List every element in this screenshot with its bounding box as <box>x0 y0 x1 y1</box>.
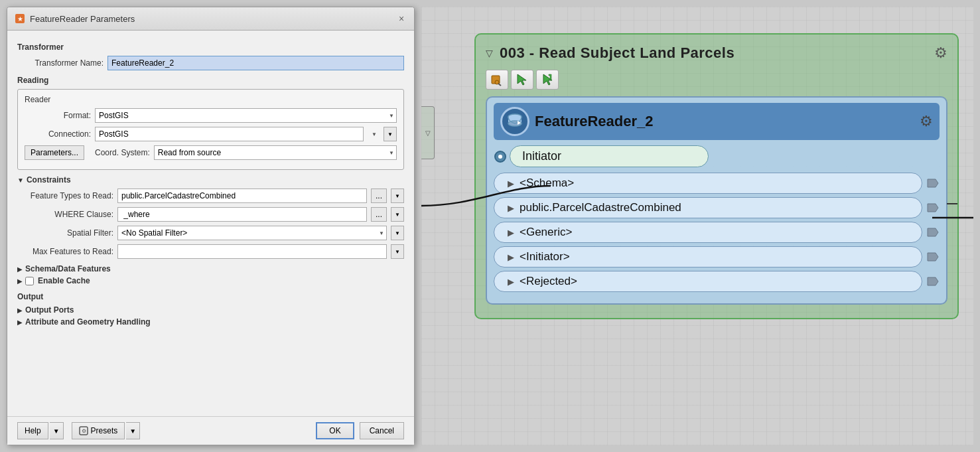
generic-port-label[interactable]: ▶ <Generic> <box>494 222 922 243</box>
svg-point-15 <box>498 155 502 159</box>
max-features-row: Max Features to Read: ▼ <box>17 244 404 259</box>
max-features-label: Max Features to Read: <box>17 247 113 256</box>
rejected-connector-right <box>926 275 940 288</box>
node-db-icon <box>500 107 529 136</box>
svg-text:⚙: ⚙ <box>81 428 86 434</box>
schema-data-collapsible[interactable]: ▶ Schema/Data Features <box>17 264 404 273</box>
output-port-parcel: ▶ public.ParcelCadastreCombined <box>494 197 940 218</box>
presets-label: Presets <box>91 426 118 435</box>
initiator-output-label-text: <Initiator> <box>520 250 570 264</box>
parcel-label-text: public.ParcelCadastreCombined <box>520 201 681 214</box>
rejected-port-label[interactable]: ▶ <Rejected> <box>494 271 922 292</box>
spatial-filter-row: Spatial Filter: <No Spatial Filter> ▼ <box>17 226 404 240</box>
initiator-output-port-label[interactable]: ▶ <Initiator> <box>494 246 922 267</box>
max-features-dropdown-btn[interactable]: ▼ <box>391 244 404 259</box>
svg-marker-17 <box>928 204 938 212</box>
canvas-panel: ▽ ▽ 003 - Read Subject Land Parcels ⚙ <box>421 7 973 445</box>
ok-button[interactable]: OK <box>316 422 354 439</box>
feature-types-dropdown-btn[interactable]: ▼ <box>391 188 404 203</box>
params-coord-row: Parameters... Coord. System: Read from s… <box>25 145 397 160</box>
schema-data-arrow: ▶ <box>17 265 23 273</box>
initiator-input-row: Initiator <box>494 145 940 167</box>
attr-geometry-label: Attribute and Geometry Handling <box>25 317 151 327</box>
coord-system-select-wrapper: Read from source <box>154 145 397 160</box>
dialog-icon: ★ <box>14 13 26 25</box>
presets-icon: ⚙ <box>79 426 88 435</box>
enable-cache-label: Enable Cache <box>38 276 90 285</box>
db-icon-svg <box>506 112 524 131</box>
transformer-name-input[interactable] <box>107 56 404 70</box>
spatial-filter-dropdown-btn[interactable]: ▼ <box>391 226 404 240</box>
feature-types-input[interactable] <box>117 188 367 203</box>
where-dropdown-btn[interactable]: ▼ <box>391 207 404 222</box>
dialog-title-area: ★ FeatureReader Parameters <box>14 13 135 25</box>
search-tool-icon <box>490 73 504 86</box>
parcel-port-label[interactable]: ▶ public.ParcelCadastreCombined <box>494 197 922 218</box>
generic-triangle: ▶ <box>508 228 514 238</box>
rejected-label-text: <Rejected> <box>520 275 577 288</box>
svg-marker-7 <box>518 74 526 85</box>
coord-system-select[interactable]: Read from source <box>154 145 397 160</box>
parameters-button[interactable]: Parameters... <box>25 145 84 160</box>
spatial-filter-select-wrapper: <No Spatial Filter> <box>117 226 387 240</box>
output-ports-collapsible[interactable]: ▶ Output Ports <box>17 305 404 315</box>
help-button[interactable]: Help <box>17 422 48 439</box>
bookmark-gear-icon[interactable]: ⚙ <box>934 44 947 62</box>
output-port-rejected: ▶ <Rejected> <box>494 271 940 292</box>
output-port-schema: ▶ <Schema> <box>494 173 940 194</box>
select-tool-icon <box>516 73 529 86</box>
reader-group-title: Reader <box>25 95 397 104</box>
node-title-text: FeatureReader_2 <box>535 113 914 130</box>
footer-left: Help ▼ ⚙ Presets ▼ <box>17 422 140 439</box>
constraints-collapsible[interactable]: ▼ Constraints <box>17 175 404 185</box>
generic-connector-right <box>926 226 940 239</box>
schema-label-text: <Schema> <box>520 177 574 190</box>
bookmark-title-row: ▽ 003 - Read Subject Land Parcels ⚙ <box>486 44 947 62</box>
constraints-label: Constraints <box>27 175 71 185</box>
format-label: Format: <box>25 111 91 120</box>
coord-system-label: Coord. System: <box>95 148 150 157</box>
node-gear-icon[interactable]: ⚙ <box>920 113 933 130</box>
spatial-filter-select[interactable]: <No Spatial Filter> <box>117 226 387 240</box>
where-clause-row: WHERE Clause: ... ▼ <box>17 207 404 222</box>
feature-types-ellipsis-btn[interactable]: ... <box>371 188 387 203</box>
format-select[interactable]: PostGIS <box>95 108 397 123</box>
attr-geometry-collapsible[interactable]: ▶ Attribute and Geometry Handling <box>17 317 404 327</box>
initiator-port-label[interactable]: Initiator <box>510 145 709 167</box>
connection-select-wrapper: PostGIS <box>95 127 380 141</box>
enable-cache-checkbox-row: Enable Cache <box>25 276 90 285</box>
connection-select[interactable]: PostGIS <box>95 127 364 141</box>
select-tool-2-btn[interactable] <box>536 70 559 90</box>
cancel-button[interactable]: Cancel <box>360 422 404 439</box>
transformer-name-row: Transformer Name: <box>17 56 404 70</box>
output-ports-arrow: ▶ <box>17 307 23 314</box>
format-select-wrapper: PostGIS <box>95 108 397 123</box>
presets-button[interactable]: ⚙ Presets <box>72 422 125 439</box>
select-tool-btn[interactable] <box>511 70 533 90</box>
presets-dropdown-btn[interactable]: ▼ <box>126 422 140 439</box>
search-tool-btn[interactable] <box>486 70 508 90</box>
schema-port-label[interactable]: ▶ <Schema> <box>494 173 922 194</box>
bookmark-collapse-arrow[interactable]: ▽ <box>486 48 493 58</box>
transformer-name-label: Transformer Name: <box>17 58 104 68</box>
initiator-connector-right <box>926 250 940 264</box>
reading-section-label: Reading <box>17 76 404 85</box>
output-ports-label: Output Ports <box>25 305 74 315</box>
node-header: FeatureReader_2 ⚙ <box>494 103 940 140</box>
dialog-footer: Help ▼ ⚙ Presets ▼ OK Cancel <box>7 416 414 445</box>
feature-types-row: Feature Types to Read: ... ▼ <box>17 188 404 203</box>
where-label: WHERE Clause: <box>17 210 113 219</box>
svg-marker-19 <box>928 253 938 261</box>
where-clause-input[interactable] <box>117 207 367 222</box>
where-ellipsis-btn[interactable]: ... <box>371 207 387 222</box>
dialog-titlebar: ★ FeatureReader Parameters × <box>7 7 414 31</box>
enable-cache-checkbox[interactable] <box>25 277 34 285</box>
close-button[interactable]: × <box>395 13 407 25</box>
parcel-connector-right <box>926 201 940 214</box>
left-partial-bookmark: ▽ <box>421 106 435 159</box>
help-dropdown-btn[interactable]: ▼ <box>50 422 64 439</box>
max-features-input[interactable] <box>117 244 387 259</box>
feature-reader-dialog: ★ FeatureReader Parameters × Transformer… <box>7 7 415 445</box>
connection-dropdown-btn[interactable]: ▼ <box>384 127 397 141</box>
initiator-connector-dot <box>494 150 507 163</box>
